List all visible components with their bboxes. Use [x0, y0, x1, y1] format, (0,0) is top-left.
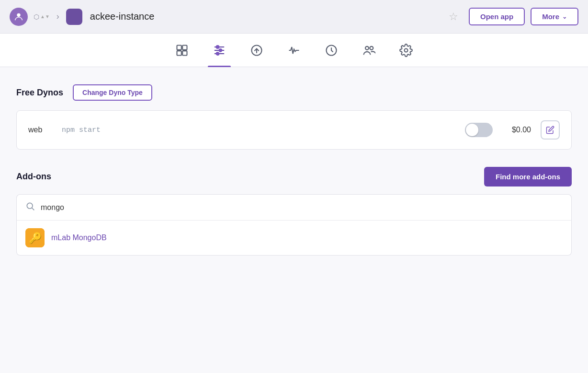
dynos-title: Free Dynos	[16, 88, 63, 98]
more-button[interactable]: More ⌄	[531, 8, 578, 25]
tab-settings[interactable]	[395, 34, 418, 67]
dyno-web-row: web npm start $0.00	[16, 110, 572, 150]
svg-rect-2	[182, 45, 187, 49]
tab-overview[interactable]	[170, 34, 193, 67]
addons-title: Add-ons	[16, 172, 51, 182]
topbar: ⬡ ▲▼ › ackee-instance ☆ Open app More ⌄	[0, 0, 588, 34]
favorite-star[interactable]: ☆	[449, 11, 458, 23]
app-icon	[66, 9, 82, 25]
svg-point-15	[370, 46, 373, 49]
breadcrumb-separator: ›	[57, 12, 59, 22]
addon-search-result-mlab[interactable]: 🔑 mLab MongoDB	[16, 221, 572, 256]
dyno-toggle[interactable]	[465, 123, 493, 137]
svg-rect-1	[177, 45, 181, 49]
tab-deploy[interactable]	[245, 34, 268, 67]
svg-point-16	[405, 48, 408, 52]
svg-point-10	[216, 52, 219, 55]
tab-activity[interactable]	[320, 34, 343, 67]
dynos-section-header: Free Dynos Change Dyno Type	[16, 84, 572, 101]
svg-point-9	[219, 49, 222, 52]
svg-point-0	[17, 13, 20, 16]
addon-search-box	[16, 194, 572, 221]
svg-point-8	[216, 46, 219, 48]
find-addons-button[interactable]: Find more add-ons	[484, 167, 572, 186]
change-dyno-button[interactable]: Change Dyno Type	[73, 84, 152, 101]
svg-point-17	[27, 203, 33, 209]
svg-rect-3	[177, 51, 181, 55]
tab-metrics[interactable]	[283, 34, 305, 67]
main-content: Free Dynos Change Dyno Type web npm star…	[7, 67, 581, 273]
svg-line-18	[32, 208, 34, 210]
dyno-price: $0.00	[502, 126, 531, 134]
svg-point-14	[365, 46, 369, 49]
svg-text:🔑: 🔑	[29, 232, 42, 245]
svg-rect-4	[182, 51, 187, 55]
app-name: ackee-instance	[90, 11, 155, 22]
tab-resources[interactable]	[208, 34, 231, 67]
mlab-addon-name: mLab MongoDB	[51, 233, 107, 242]
account-switcher[interactable]: ⬡ ▲▼	[34, 13, 50, 21]
chevron-down-icon: ⌄	[562, 13, 567, 20]
addon-search-input[interactable]	[41, 203, 563, 212]
mlab-addon-icon: 🔑	[25, 228, 45, 247]
addons-section-header: Add-ons Find more add-ons	[16, 167, 572, 186]
tab-bar	[0, 34, 588, 67]
user-avatar[interactable]	[10, 8, 28, 26]
dyno-name: web	[28, 126, 52, 134]
search-icon	[25, 201, 35, 213]
dyno-command: npm start	[62, 126, 455, 134]
tab-access[interactable]	[357, 34, 380, 67]
open-app-button[interactable]: Open app	[469, 8, 525, 25]
dyno-edit-button[interactable]	[541, 120, 560, 140]
